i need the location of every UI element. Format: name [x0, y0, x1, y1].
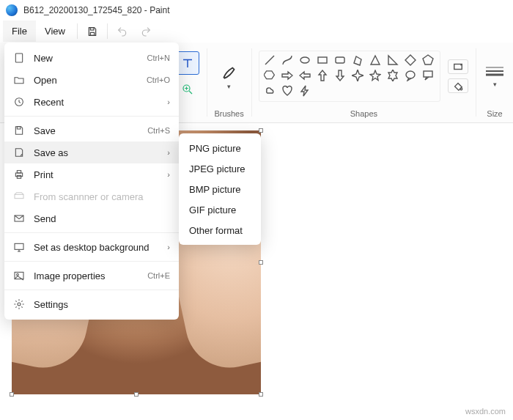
menu-recent[interactable]: Recent › [4, 91, 179, 113]
shape-6star-icon[interactable] [387, 70, 399, 81]
menu-send[interactable]: Send [4, 207, 179, 229]
svg-rect-13 [17, 127, 21, 129]
svg-rect-0 [90, 27, 94, 29]
size-dropdown[interactable]: ▾ [484, 65, 506, 88]
shape-arrow-left-icon[interactable] [299, 70, 311, 81]
resize-handle[interactable] [259, 392, 263, 397]
chevron-right-icon: › [167, 148, 170, 157]
separator [4, 290, 179, 290]
shape-callout-cloud-icon[interactable] [264, 85, 276, 97]
shape-pentagon-icon[interactable] [422, 54, 434, 66]
menu-open[interactable]: Open Ctrl+O [4, 69, 179, 91]
resize-handle[interactable] [259, 260, 263, 265]
svg-rect-19 [15, 243, 23, 249]
chevron-right-icon: › [167, 170, 170, 179]
shape-arrow-down-icon[interactable] [334, 70, 346, 81]
file-menu-dropdown: New Ctrl+N Open Ctrl+O Recent › Save Ctr… [4, 43, 179, 320]
undo-button[interactable] [111, 21, 134, 42]
menu-label: Set as desktop background [34, 242, 150, 253]
menu-print[interactable]: Print › [4, 163, 179, 185]
shape-arrow-right-icon[interactable] [281, 70, 293, 81]
shape-lightning-icon[interactable] [299, 85, 311, 97]
shapes-grid[interactable] [259, 51, 440, 102]
shape-arrow-up-icon[interactable] [317, 70, 328, 81]
svg-point-7 [406, 71, 415, 78]
saveas-png[interactable]: PNG picture [179, 138, 261, 158]
menubar: File View [0, 21, 513, 43]
menu-label: Recent [34, 97, 64, 108]
watermark: wsxdn.com [465, 407, 506, 416]
chevron-down-icon: ▾ [493, 81, 497, 88]
menu-label: From scannner or camera [34, 191, 144, 202]
saveas-bmp[interactable]: BMP picture [179, 179, 261, 199]
shortcut: Ctrl+N [147, 54, 170, 62]
menu-label: Other format [189, 225, 243, 236]
shape-diamond-icon[interactable] [405, 54, 416, 66]
menu-image-properties[interactable]: Image properties Ctrl+E [4, 265, 179, 287]
resize-handle[interactable] [134, 392, 139, 397]
svg-rect-8 [424, 71, 432, 77]
tool-magnifier[interactable] [176, 78, 199, 101]
shape-4star-icon[interactable] [352, 70, 363, 81]
menu-save[interactable]: Save Ctrl+S [4, 119, 179, 141]
resize-handle[interactable] [259, 128, 263, 133]
menu-new[interactable]: New Ctrl+N [4, 47, 179, 69]
separator [77, 23, 78, 39]
redo-button[interactable] [134, 21, 158, 42]
desktop-icon [13, 241, 25, 253]
menu-file[interactable]: File [3, 21, 36, 42]
shape-heart-icon[interactable] [281, 85, 293, 97]
print-icon [13, 169, 25, 180]
brushes-dropdown[interactable]: ▾ [220, 62, 239, 90]
svg-rect-15 [17, 171, 21, 173]
saveas-other[interactable]: Other format [179, 220, 261, 240]
ribbon-group-size: ▾ Size [476, 43, 513, 122]
menu-label: BMP picture [189, 184, 241, 195]
menu-label: Save as [34, 147, 68, 158]
menu-desktop-bg[interactable]: Set as desktop background › [4, 236, 179, 258]
shape-hexagon-icon[interactable] [264, 70, 276, 81]
menu-label: JPEG picture [189, 163, 246, 174]
tool-text[interactable] [176, 51, 199, 75]
svg-point-22 [18, 303, 21, 306]
shortcut: Ctrl+S [147, 126, 170, 135]
shape-roundrect-icon[interactable] [334, 54, 346, 66]
shape-fill-button[interactable] [448, 78, 468, 93]
shape-5star-icon[interactable] [369, 70, 381, 81]
save-quick-button[interactable] [81, 21, 104, 42]
shortcut: Ctrl+O [147, 75, 170, 84]
menu-label: Save [34, 125, 56, 136]
menu-label: Settings [34, 299, 68, 310]
chevron-right-icon: › [167, 243, 170, 251]
shape-rect-icon[interactable] [317, 54, 328, 66]
save-as-icon [13, 147, 25, 158]
shape-line-icon[interactable] [264, 54, 276, 66]
shape-callout-round-icon[interactable] [405, 70, 416, 81]
shape-outline-button[interactable] [448, 59, 468, 74]
menu-save-as[interactable]: Save as › [4, 141, 179, 163]
shape-triangle-icon[interactable] [369, 54, 381, 66]
saveas-jpeg[interactable]: JPEG picture [179, 158, 261, 179]
save-as-submenu: PNG picture JPEG picture BMP picture GIF… [179, 133, 261, 245]
svg-rect-16 [17, 175, 21, 178]
menu-settings[interactable]: Settings [4, 293, 179, 315]
app-icon [6, 4, 18, 16]
shape-right-triangle-icon[interactable] [387, 54, 399, 66]
menu-label: PNG picture [189, 143, 241, 154]
svg-point-21 [17, 273, 19, 276]
menu-label: Open [34, 75, 57, 86]
separator [4, 261, 179, 262]
svg-point-4 [300, 57, 309, 63]
chevron-down-icon: ▾ [227, 83, 231, 90]
svg-rect-1 [90, 32, 94, 35]
menu-view[interactable]: View [36, 21, 74, 42]
shape-polygon-icon[interactable] [352, 54, 363, 66]
shape-curve-icon[interactable] [281, 54, 293, 66]
shape-callout-rect-icon[interactable] [422, 70, 434, 81]
menu-label: Print [34, 169, 53, 180]
separator [4, 232, 179, 233]
resize-handle[interactable] [10, 392, 14, 397]
saveas-gif[interactable]: GIF picture [179, 199, 261, 220]
shortcut: Ctrl+E [147, 271, 170, 280]
shape-oval-icon[interactable] [299, 54, 311, 66]
